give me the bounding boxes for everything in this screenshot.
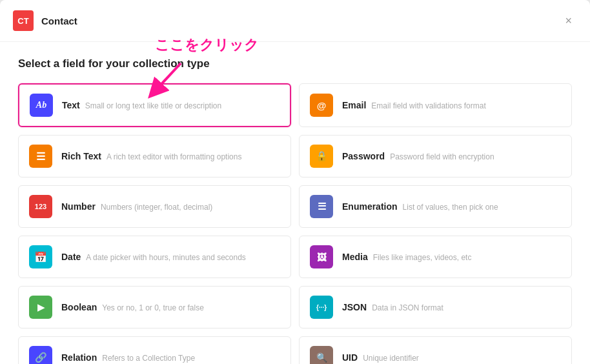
text-icon: Ab — [30, 94, 53, 117]
field-name-uid: UID — [342, 352, 358, 363]
field-desc-boolean: Yes or no, 1 or 0, true or false — [102, 303, 204, 312]
field-name-date: Date — [61, 252, 81, 262]
section-title: Select a field for your collection type — [18, 57, 572, 70]
field-card-text[interactable]: AbTextSmall or long text like title or d… — [18, 83, 291, 127]
enumeration-icon: ☰ — [310, 195, 333, 218]
field-card-email[interactable]: @EmailEmail field with validations forma… — [299, 83, 572, 127]
json-icon: {···} — [310, 296, 333, 319]
field-name-email: Email — [342, 100, 366, 110]
password-icon: 🔒 — [310, 145, 333, 168]
field-desc-password: Password field with encryption — [390, 152, 494, 161]
field-desc-relation: Refers to a Collection Type — [102, 354, 195, 363]
boolean-icon: ▶ — [29, 296, 52, 319]
media-icon: 🖼 — [310, 245, 333, 268]
logo-badge: CT — [13, 10, 34, 31]
relation-icon: 🔗 — [29, 346, 52, 364]
field-card-json[interactable]: {···}JSONData in JSON format — [299, 286, 572, 329]
email-icon: @ — [310, 94, 333, 117]
close-button[interactable]: × — [560, 12, 577, 30]
field-desc-media: Files like images, videos, etc — [373, 253, 472, 262]
field-name-text: Text — [62, 100, 80, 110]
modal-header: CT Contact × — [0, 0, 590, 42]
field-desc-enumeration: List of values, then pick one — [403, 203, 498, 212]
field-name-boolean: Boolean — [61, 302, 97, 312]
field-desc-text: Small or long text like title or descrip… — [85, 101, 221, 110]
rich-text-icon: ☰ — [29, 145, 52, 168]
modal: CT Contact × ここをクリック Select a field for … — [0, 0, 590, 364]
field-name-number: Number — [61, 201, 96, 212]
field-desc-json: Data in JSON format — [372, 303, 443, 312]
modal-title: Contact — [41, 15, 77, 26]
field-card-password[interactable]: 🔒PasswordPassword field with encryption — [299, 135, 572, 177]
field-card-boolean[interactable]: ▶BooleanYes or no, 1 or 0, true or false — [18, 286, 291, 329]
field-card-relation[interactable]: 🔗RelationRefers to a Collection Type — [18, 336, 291, 364]
field-name-media: Media — [342, 252, 368, 262]
field-desc-rich-text: A rich text editor with formatting optio… — [107, 152, 241, 161]
field-name-relation: Relation — [61, 352, 97, 363]
field-card-uid[interactable]: 🔍UIDUnique identifier — [299, 336, 572, 364]
field-name-enumeration: Enumeration — [342, 201, 398, 212]
field-card-media[interactable]: 🖼MediaFiles like images, videos, etc — [299, 236, 572, 278]
uid-icon: 🔍 — [310, 346, 333, 364]
fields-grid: AbTextSmall or long text like title or d… — [18, 83, 572, 364]
number-icon: 123 — [29, 195, 52, 218]
field-card-date[interactable]: 📅DateA date picker with hours, minutes a… — [18, 236, 291, 278]
field-desc-number: Numbers (integer, float, decimal) — [101, 203, 212, 212]
date-icon: 📅 — [29, 245, 52, 268]
field-name-rich-text: Rich Text — [61, 151, 101, 161]
field-desc-uid: Unique identifier — [363, 354, 419, 363]
field-desc-date: A date picker with hours, minutes and se… — [86, 253, 245, 262]
modal-body: ここをクリック Select a field for your collecti… — [0, 42, 590, 364]
field-card-rich-text[interactable]: ☰Rich TextA rich text editor with format… — [18, 135, 291, 177]
field-name-json: JSON — [342, 302, 367, 312]
field-card-enumeration[interactable]: ☰EnumerationList of values, then pick on… — [299, 185, 572, 228]
field-desc-email: Email field with validations format — [371, 101, 485, 110]
field-card-number[interactable]: 123NumberNumbers (integer, float, decima… — [18, 185, 291, 228]
field-name-password: Password — [342, 151, 385, 161]
